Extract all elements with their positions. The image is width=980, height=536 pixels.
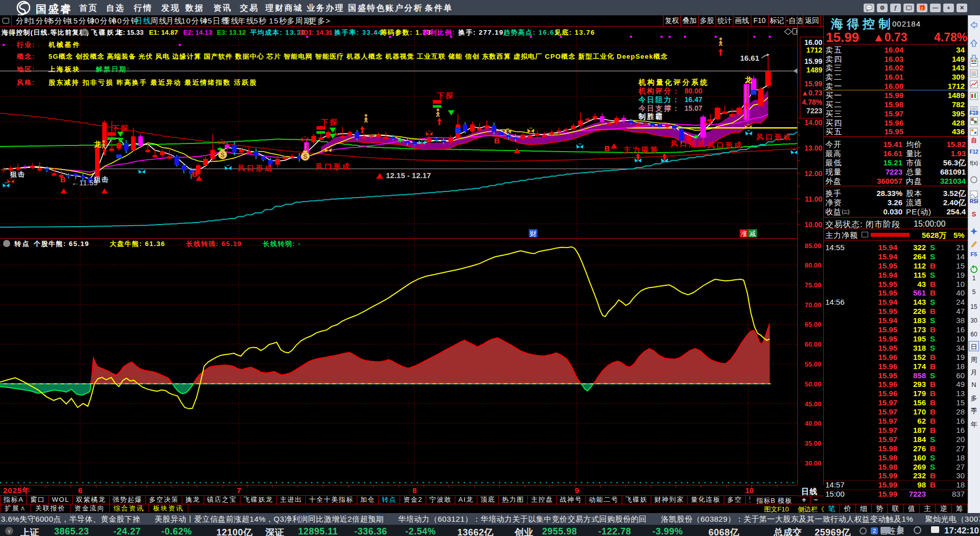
svg-text:减: 减 xyxy=(749,230,756,237)
svg-text:下探: 下探 xyxy=(321,118,339,126)
svg-text:15.07: 15.07 xyxy=(684,104,702,112)
svg-text:下探: 下探 xyxy=(436,91,455,100)
svg-text:S: S xyxy=(303,153,307,160)
svg-text:↑: ↑ xyxy=(141,29,145,36)
svg-text:风口形成: 风口形成 xyxy=(707,141,743,149)
svg-text:16.61: 16.61 xyxy=(740,54,760,62)
svg-text:今日阻力：: 今日阻力： xyxy=(638,95,681,104)
svg-text:获利比例: -: 获利比例: - xyxy=(422,29,461,36)
svg-text:E2: 14.13: E2: 14.13 xyxy=(183,29,212,36)
svg-text:↑: ↑ xyxy=(210,29,214,36)
svg-text:B: B xyxy=(192,169,198,178)
svg-text:←11.59: ←11.59 xyxy=(71,178,97,187)
svg-text:↑: ↑ xyxy=(243,29,247,36)
svg-text:长线转弱: -: 长线转弱: - xyxy=(262,240,301,248)
svg-text:风格:: 风格: xyxy=(16,79,35,86)
svg-text:机械基件: 机械基件 xyxy=(48,41,81,48)
svg-text:转点: 转点 xyxy=(14,240,31,248)
svg-text:大盘牛熊: 61.36: 大盘牛熊: 61.36 xyxy=(110,240,165,248)
svg-text:E1: 14.87: E1: 14.87 xyxy=(149,29,178,36)
svg-text:↑: ↑ xyxy=(292,29,296,36)
svg-text:地区:: 地区: xyxy=(16,65,35,73)
svg-text:B: B xyxy=(494,136,500,145)
svg-text:E: 15.33: E: 15.33 xyxy=(118,29,143,36)
svg-text:↑: ↑ xyxy=(496,29,500,36)
svg-text:机构评分：: 机构评分： xyxy=(638,87,681,95)
svg-text:股东减持 扣非亏损 昨高换手 最近异动 最近情绪指数 活跃股: 股东减持 扣非亏损 昨高换手 最近异动 最近情绪指数 活跃股 xyxy=(48,79,257,86)
svg-text:E3: 13.12: E3: 13.12 xyxy=(217,29,246,36)
svg-text:行业:: 行业: xyxy=(16,41,35,48)
svg-text:平均成本: 13.30: 平均成本: 13.30 xyxy=(250,29,306,36)
svg-text:B: B xyxy=(60,175,66,184)
svg-text:概念:: 概念: xyxy=(16,53,35,60)
svg-text:龙: 龙 xyxy=(744,76,752,84)
svg-text:∨: ∨ xyxy=(83,30,86,35)
svg-text:S: S xyxy=(220,152,225,159)
svg-text:主力吸筹: 主力吸筹 xyxy=(623,145,659,154)
svg-text:风口形成: 风口形成 xyxy=(670,139,706,148)
svg-text:↑: ↑ xyxy=(82,240,85,248)
svg-text:制胜霸: 制胜霸 xyxy=(638,112,664,120)
svg-text:涨: 涨 xyxy=(741,230,747,237)
svg-text:↑: ↑ xyxy=(176,29,180,36)
svg-text:风口形成: 风口形成 xyxy=(237,164,274,172)
svg-text:↓: ↓ xyxy=(158,240,162,248)
svg-text:80.00: 80.00 xyxy=(684,87,702,95)
svg-text:个股牛熊: 65.19: 个股牛熊: 65.19 xyxy=(33,240,89,248)
svg-text:财: 财 xyxy=(530,230,536,237)
svg-text:↑: ↑ xyxy=(235,240,238,248)
svg-text:↑: ↑ xyxy=(327,29,331,36)
svg-text:↑: ↑ xyxy=(373,29,376,36)
svg-text:风口形成: 风口形成 xyxy=(756,133,792,141)
svg-text:下探: 下探 xyxy=(111,124,130,132)
svg-text:16.47: 16.47 xyxy=(684,95,702,104)
svg-text:龙: 龙 xyxy=(93,140,102,148)
svg-text:上海板块: 上海板块 xyxy=(48,65,81,73)
svg-text:12.15 - 12.17: 12.15 - 12.17 xyxy=(386,171,431,180)
svg-text:↑: ↑ xyxy=(547,29,551,36)
svg-text:今日支撑：: 今日支撑： xyxy=(638,104,681,112)
svg-text:解禁日期:: 解禁日期: xyxy=(95,65,130,73)
svg-text:5G概念 创投概念 高端装备 光伏 风电 边缘计算 国产软件: 5G概念 创投概念 高端装备 光伏 风电 边缘计算 国产软件 数据中心 芯片 智… xyxy=(48,53,668,60)
svg-text:风口形成: 风口形成 xyxy=(315,162,351,170)
svg-text:海得控制(日线.等比前复权): 海得控制(日线.等比前复权) xyxy=(1,29,89,36)
svg-text:狙击: 狙击 xyxy=(10,170,26,178)
svg-text:长线转强: 65.19: 长线转强: 65.19 xyxy=(186,240,242,248)
svg-text:机构量化评分系统: 机构量化评分系统 xyxy=(638,78,709,86)
svg-text:B: B xyxy=(604,144,610,153)
svg-text:见底: 13.76: 见底: 13.76 xyxy=(554,29,595,36)
